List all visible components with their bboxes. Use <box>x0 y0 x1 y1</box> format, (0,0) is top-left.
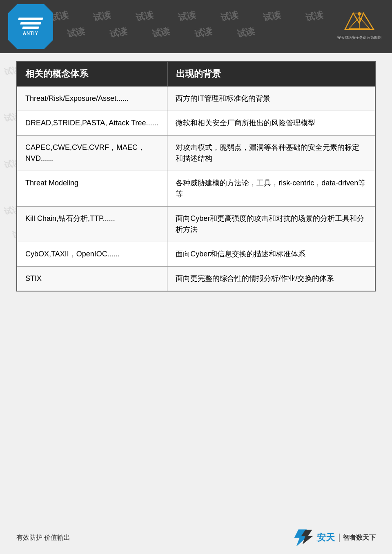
table-row: STIX面向更完整的综合性的情报分析/作业/交换的体系 <box>17 267 375 291</box>
table-cell-concept: DREAD,STRIDE,PASTA, Attack Tree...... <box>17 111 167 136</box>
table-cell-concept: Threat/Risk/Exposure/Asset...... <box>17 86 167 111</box>
header-subtitle: 安天网络安全冬训营第四期 <box>337 35 381 40</box>
header: 试读 试读 试读 试读 试读 试读 试读 试读 试读 试读 试读 试读 试读 试… <box>0 0 392 53</box>
footer-logo-icon <box>292 529 315 547</box>
footer-logo-sub: 智者数天下 <box>339 534 376 542</box>
table-header-row: 相关的概念体系 出现的背景 <box>17 62 375 86</box>
table-cell-concept: Threat Modeling <box>17 171 167 207</box>
header-right-area: 安天网络安全冬训营第四期 <box>335 4 384 45</box>
footer-logo: 安天 智者数天下 <box>292 529 376 547</box>
footer-logo-brand: 安天 <box>317 532 335 543</box>
table-cell-concept: Kill Chain,钻石分析,TTP...... <box>17 207 167 242</box>
concepts-table: 相关的概念体系 出现的背景 Threat/Risk/Exposure/Asset… <box>16 61 376 291</box>
header-right-icon <box>341 9 378 33</box>
table-row: CAPEC,CWE,CVE,CVRF，MAEC，NVD......对攻击模式，脆… <box>17 136 375 171</box>
table-cell-background: 微软和相关安全厂商所推出的风险管理模型 <box>167 111 375 136</box>
table-cell-background: 面向更完整的综合性的情报分析/作业/交换的体系 <box>167 267 375 291</box>
col2-header: 出现的背景 <box>167 62 375 86</box>
header-watermark: 试读 试读 试读 试读 试读 试读 试读 试读 试读 试读 试读 试读 试读 试… <box>0 0 392 53</box>
table-row: Threat/Risk/Exposure/Asset......西方的IT管理和… <box>17 86 375 111</box>
table-cell-background: 对攻击模式，脆弱点，漏洞等各种基础的安全元素的标定和描述结构 <box>167 136 375 171</box>
footer-slogan: 有效防护 价值输出 <box>16 534 70 542</box>
main-content: 相关的概念体系 出现的背景 Threat/Risk/Exposure/Asset… <box>16 61 376 291</box>
table-row: CybOX,TAXII，OpenIOC......面向Cyber和信息交换的描述… <box>17 242 375 267</box>
header-logo: ANTIY <box>8 4 53 49</box>
table-cell-concept: STIX <box>17 267 167 291</box>
col1-header: 相关的概念体系 <box>17 62 167 86</box>
table-cell-background: 面向Cyber和信息交换的描述和标准体系 <box>167 242 375 267</box>
table-cell-concept: CAPEC,CWE,CVE,CVRF，MAEC，NVD...... <box>17 136 167 171</box>
table-cell-concept: CybOX,TAXII，OpenIOC...... <box>17 242 167 267</box>
footer: 有效防护 价值输出 安天 智者数天下 <box>0 521 392 554</box>
table-cell-background: 各种威胁建模的方法论，工具，risk-centric，data-driven等等 <box>167 171 375 207</box>
table-row: Kill Chain,钻石分析,TTP......面向Cyber和更高强度的攻击… <box>17 207 375 242</box>
table-row: Threat Modeling各种威胁建模的方法论，工具，risk-centri… <box>17 171 375 207</box>
logo-brand-text: ANTIY <box>23 31 38 36</box>
logo-lines <box>18 18 43 29</box>
table-row: DREAD,STRIDE,PASTA, Attack Tree......微软和… <box>17 111 375 136</box>
table-cell-background: 面向Cyber和更高强度的攻击和对抗的场景的分析工具和分析方法 <box>167 207 375 242</box>
table-cell-background: 西方的IT管理和标准化的背景 <box>167 86 375 111</box>
